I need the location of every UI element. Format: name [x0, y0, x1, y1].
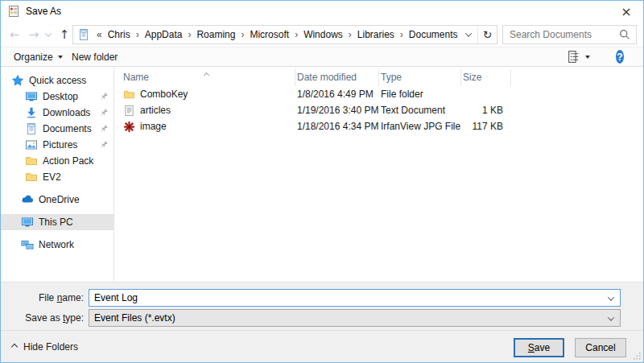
column-header-date-modified[interactable]: Date modified [295, 68, 379, 86]
address-bar[interactable]: « Chris › AppData › Roaming › Microsoft … [72, 25, 497, 44]
this-pc-icon [21, 216, 34, 229]
organize-label: Organize [14, 52, 53, 63]
up-button[interactable]: ↑ [56, 26, 73, 43]
file-date-modified: 1/18/2016 4:34 PM [295, 121, 379, 132]
breadcrumb-item[interactable]: Microsoft [247, 29, 291, 40]
folder-icon [25, 155, 38, 167]
chevron-down-icon[interactable] [609, 292, 613, 303]
file-name-input[interactable] [89, 292, 609, 303]
breadcrumb-item[interactable]: Chris [105, 29, 133, 40]
column-header-size[interactable]: Size [461, 68, 511, 86]
dropdown-arrow-icon [585, 56, 590, 59]
file-size: 117 KB [461, 118, 511, 134]
resize-grip[interactable] [633, 352, 641, 360]
column-header-name[interactable]: Name [122, 68, 295, 86]
sidebar-group-gap [1, 208, 114, 214]
save-button[interactable]: Save [514, 338, 564, 357]
file-name-combobox[interactable] [89, 289, 621, 307]
quick-access-star-icon [11, 74, 24, 87]
breadcrumb-overflow[interactable]: « [93, 29, 105, 40]
file-name: image [140, 121, 167, 132]
new-folder-label: New folder [72, 52, 118, 63]
sidebar-item-downloads[interactable]: Downloads [1, 105, 114, 121]
file-name: ComboKey [140, 89, 188, 100]
details-view-icon [567, 50, 580, 64]
breadcrumb-separator-icon[interactable]: › [345, 29, 355, 40]
breadcrumb-separator-icon[interactable]: › [237, 29, 247, 40]
sidebar-item-label: Quick access [29, 75, 86, 86]
breadcrumb-separator-icon[interactable]: › [397, 29, 407, 40]
breadcrumb-separator-icon[interactable]: › [184, 29, 194, 40]
label-text: File [39, 292, 57, 303]
help-button[interactable]: ? [609, 47, 630, 66]
cancel-button[interactable]: Cancel [575, 338, 626, 357]
file-date-modified: 1/8/2016 4:49 PM [295, 89, 379, 100]
back-button[interactable]: ← [6, 26, 23, 43]
breadcrumb-separator-icon[interactable]: › [133, 29, 142, 40]
save-as-type-select[interactable]: Event Files (*.evtx) [89, 309, 621, 327]
navigation-pane: Quick access Desktop [1, 67, 114, 282]
sidebar-item-label: Downloads [43, 107, 90, 118]
column-label: Size [463, 72, 481, 83]
image-file-icon [123, 121, 135, 133]
sidebar-item-desktop[interactable]: Desktop [1, 89, 114, 105]
sidebar-item-label: Desktop [43, 91, 78, 102]
back-icon: ← [10, 29, 20, 41]
title-bar: Save As × [1, 1, 643, 22]
refresh-button[interactable]: ↻ [477, 26, 497, 43]
dropdown-arrow-icon [58, 56, 63, 59]
chevron-down-icon [465, 30, 472, 36]
close-icon: × [621, 4, 631, 19]
pin-icon [99, 108, 109, 118]
sidebar-item-documents[interactable]: Documents [1, 121, 114, 137]
column-label: Type [381, 72, 402, 83]
sidebar-item-this-pc[interactable]: This PC [1, 214, 114, 230]
new-folder-button[interactable]: New folder [65, 47, 124, 66]
sidebar-item-action-pack[interactable]: Action Pack [1, 153, 114, 169]
sidebar-item-network[interactable]: Network [1, 237, 114, 253]
location-icon [77, 28, 90, 41]
sidebar-item-label: Network [39, 239, 74, 250]
file-size: 1 KB [461, 102, 511, 118]
search-box[interactable] [502, 25, 637, 44]
address-dropdown-button[interactable] [460, 32, 478, 37]
button-text: ave [535, 342, 550, 353]
button-row: Hide Folders Save Cancel [1, 330, 643, 362]
breadcrumb-item[interactable]: AppData [142, 29, 185, 40]
pin-icon [99, 124, 109, 134]
breadcrumb-separator-icon[interactable]: › [291, 29, 301, 40]
organize-button[interactable]: Organize [7, 47, 69, 66]
navigation-bar: ← → ↑ « Chris › AppData › Roaming › Micr… [1, 22, 643, 47]
file-row-combokey[interactable]: ComboKey 1/8/2016 4:49 PM File folder [122, 86, 643, 102]
search-input[interactable] [503, 29, 618, 40]
column-header-type[interactable]: Type [379, 68, 461, 86]
file-row-image[interactable]: image 1/18/2016 4:34 PM IrfanView JPG Fi… [122, 118, 643, 134]
file-list-pane: Name Date modified Type Size [115, 67, 643, 282]
sidebar-item-quick-access[interactable]: Quick access [1, 72, 114, 89]
sidebar-item-pictures[interactable]: Pictures [1, 137, 114, 153]
sidebar-item-onedrive[interactable]: OneDrive [1, 192, 114, 208]
breadcrumb-item[interactable]: Libraries [355, 29, 397, 40]
file-name-label: File name: [1, 292, 84, 303]
forward-button[interactable]: → [25, 26, 43, 43]
sidebar-item-ev2[interactable]: EV2 [1, 169, 114, 185]
sidebar-item-label: Pictures [43, 139, 77, 151]
breadcrumb-item[interactable]: Roaming [194, 29, 237, 40]
file-date-modified: 1/19/2016 3:40 PM [295, 105, 379, 116]
file-row-articles[interactable]: articles 1/19/2016 3:40 PM Text Document… [122, 102, 643, 118]
documents-icon [25, 122, 38, 135]
breadcrumb-item[interactable]: Windows [301, 29, 345, 40]
hide-folders-button[interactable]: Hide Folders [12, 341, 78, 353]
sort-ascending-icon [204, 68, 208, 80]
file-type: Text Document [379, 105, 461, 116]
pictures-icon [25, 138, 38, 151]
close-button[interactable]: × [609, 1, 643, 22]
sidebar-group-gap [1, 185, 114, 192]
chevron-up-icon [11, 344, 18, 350]
recent-locations-button[interactable] [43, 26, 54, 43]
change-view-button[interactable] [560, 47, 597, 66]
breadcrumb-item[interactable]: Documents [407, 29, 460, 40]
file-list-header: Name Date modified Type Size [122, 68, 643, 86]
search-icon[interactable] [618, 28, 631, 41]
command-toolbar: Organize New folder ? [1, 47, 643, 67]
